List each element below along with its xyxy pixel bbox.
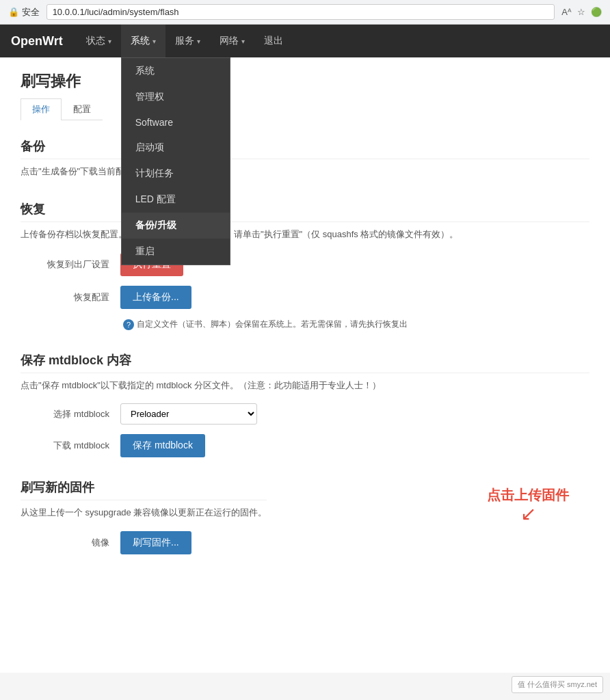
download-mtdblock-label: 下载 mtdblock (21, 440, 109, 452)
chevron-down-icon-network: ▾ (241, 38, 245, 45)
chevron-down-icon: ▾ (108, 38, 111, 45)
mtdblock-section: 保存 mtdblock 内容 点击"保存 mtdblock"以下载指定的 mtd… (21, 352, 589, 458)
backup-section: 备份 点击"生成备份"下载当前配置 (21, 138, 589, 179)
nav-system[interactable]: 系统 ▾ (121, 25, 165, 57)
system-dropdown-menu: 系统 管理权 Software 启动项 计划任务 LED 配置 备份/升级 重启 (121, 57, 230, 265)
tab-config[interactable]: 配置 (62, 98, 103, 120)
brand-logo: OpenWrt (11, 34, 63, 49)
menu-item-backup[interactable]: 备份/升级 (122, 213, 230, 239)
download-mtdblock-row: 下载 mtdblock 保存 mtdblock (21, 434, 589, 457)
restore-section-desc: 上传备份存档以恢复配置。要将固件恢复到初始状态，请单击"执行重置"（仅 squa… (21, 228, 589, 242)
select-mtdblock-row: 选择 mtdblock Preloader Bootloader Factory… (21, 403, 589, 425)
restore-config-row: 恢复配置 上传备份... (21, 286, 589, 309)
menu-item-reboot[interactable]: 重启 (122, 239, 230, 265)
menu-item-admin[interactable]: 管理权 (122, 84, 230, 110)
page-title: 刷写操作 (21, 71, 103, 92)
help-icon: ? (123, 319, 134, 330)
nav-services[interactable]: 服务 ▾ (165, 25, 210, 57)
lock-icon: 🔒 安全 (8, 6, 40, 18)
nav-status[interactable]: 状态 ▾ (77, 25, 121, 57)
firmware-section: 刷写新的固件 从这里上传一个 sysupgrade 兼容镜像以更新正在运行的固件… (21, 479, 589, 564)
url-bar[interactable]: 10.0.0.1/luci/admin/system/flash (47, 4, 555, 20)
mtdblock-section-title: 保存 mtdblock 内容 (21, 352, 589, 373)
restore-section-title: 恢复 (21, 201, 589, 222)
restore-help-text: ? 自定义文件（证书、脚本）会保留在系统上。若无需保留，请先执行恢复出 (123, 319, 589, 330)
restore-config-label: 恢复配置 (21, 291, 109, 304)
nav-network[interactable]: 网络 ▾ (210, 25, 254, 57)
browser-bar: 🔒 安全 10.0.0.1/luci/admin/system/flash Aᴬ… (0, 0, 610, 25)
bookmark-icon[interactable]: ☆ (577, 7, 585, 17)
save-mtdblock-button[interactable]: 保存 mtdblock (120, 434, 205, 457)
firmware-section-desc: 从这里上传一个 sysupgrade 兼容镜像以更新正在运行的固件。 (21, 506, 267, 520)
menu-item-system[interactable]: 系统 (122, 58, 230, 84)
annotation-2-arrow: ↙ (487, 504, 569, 524)
menu-item-cron[interactable]: 计划任务 (122, 161, 230, 187)
mtdblock-section-desc: 点击"保存 mtdblock"以下载指定的 mtdblock 分区文件。（注意：… (21, 379, 589, 393)
chevron-down-icon-services: ▾ (197, 38, 200, 45)
nav-system-wrapper: 系统 ▾ 系统 管理权 Software 启动项 计划任务 LED 配置 备份/… (121, 25, 165, 57)
backup-section-title: 备份 (21, 138, 589, 159)
upload-backup-button[interactable]: 上传备份... (120, 286, 191, 309)
flash-firmware-button[interactable]: 刷写固件... (120, 531, 191, 554)
nav-logout[interactable]: 退出 (254, 25, 293, 57)
select-mtdblock-label: 选择 mtdblock (21, 408, 109, 420)
factory-reset-row: 恢复到出厂设置 执行重置 (21, 253, 589, 276)
chevron-down-icon-system: ▾ (152, 38, 156, 45)
backup-section-desc: 点击"生成备份"下载当前配置 (21, 165, 589, 179)
navbar: OpenWrt 状态 ▾ 系统 ▾ 系统 管理权 Software 启动项 计划… (0, 25, 610, 57)
browser-menu-icon[interactable]: 🟢 (591, 7, 602, 17)
flash-firmware-row: 镜像 刷写固件... (21, 531, 267, 554)
firmware-image-label: 镜像 (21, 537, 109, 549)
mtdblock-select[interactable]: Preloader Bootloader Factory Firmware (120, 403, 257, 425)
tabs: 操作 配置 (21, 98, 103, 120)
menu-item-led[interactable]: LED 配置 (122, 187, 230, 213)
restore-section: 恢复 上传备份存档以恢复配置。要将固件恢复到初始状态，请单击"执行重置"（仅 s… (21, 201, 589, 330)
browser-icons: Aᴬ ☆ 🟢 (561, 7, 602, 17)
factory-reset-label: 恢复到出厂设置 (21, 258, 109, 271)
font-size-icon: Aᴬ (561, 7, 572, 17)
annotation-2-text: 点击上传固件 (487, 486, 569, 504)
menu-item-software[interactable]: Software (122, 110, 230, 135)
menu-item-startup[interactable]: 启动项 (122, 135, 230, 161)
page-content: 刷写操作 操作 配置 进入 系统->备份/升级 备份 点击"生成备份"下载当前配… (0, 57, 610, 673)
firmware-section-title: 刷写新的固件 (21, 479, 267, 500)
tab-operation[interactable]: 操作 (21, 98, 62, 120)
